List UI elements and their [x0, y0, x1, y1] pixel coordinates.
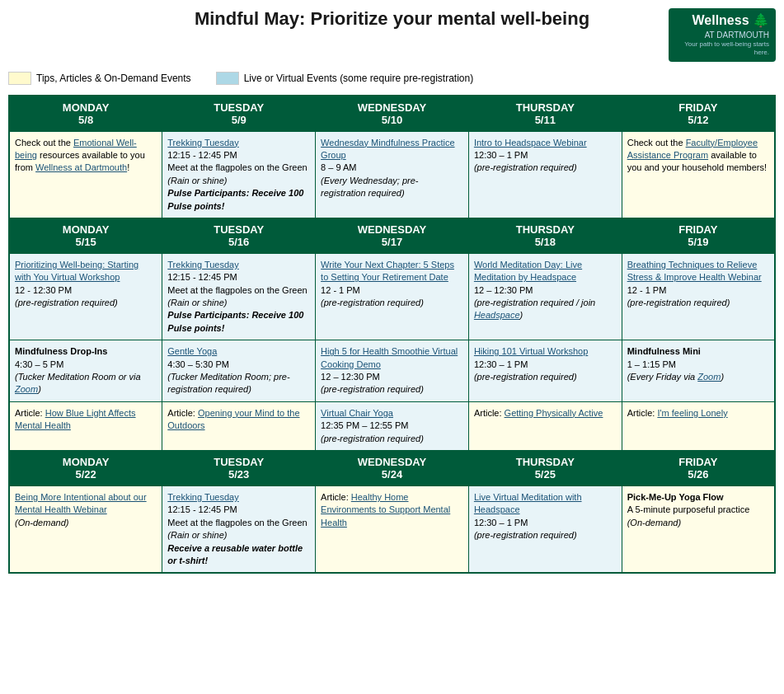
legend-blue-label: Live or Virtual Events (some require pre… [244, 73, 474, 84]
week3-content-row: Being More Intentional about our Mental … [9, 486, 775, 574]
link-trekking-tue-3[interactable]: Trekking Tuesday [167, 492, 238, 502]
link-breathing-techniques[interactable]: Breathing Techniques to Relieve Stress &… [627, 260, 762, 282]
link-intro-headspace[interactable]: Intro to Headspace Webinar [474, 138, 587, 148]
cell-mon-515: Prioritizing Well-being: Starting with Y… [9, 253, 162, 340]
col-wednesday-2: WEDNESDAY 5/17 [316, 218, 469, 253]
week2-row3: Article: How Blue Light Affects Mental H… [9, 401, 775, 450]
cell-fri-519c: Article: I'm feeling Lonely [622, 401, 775, 450]
cell-thu-518c: Article: Getting Physically Active [468, 401, 622, 450]
link-opening-mind[interactable]: Opening your Mind to the Outdoors [167, 408, 299, 430]
col-wednesday: WEDNESDAY 5/10 [316, 96, 469, 132]
col-friday-2: FRIDAY 5/19 [622, 218, 775, 253]
cell-thu-518: World Meditation Day: Live Meditation by… [468, 253, 622, 340]
logo-area: Wellness 🌲 AT DARTMOUTH Your path to wel… [669, 8, 776, 62]
cell-thu-525: Live Virtual Meditation with Headspace 1… [468, 486, 622, 574]
link-zoom-mini[interactable]: Zoom [697, 372, 721, 382]
link-healthy-home[interactable]: Healthy Home Environments to Support Men… [321, 492, 450, 528]
cell-fri-512: Check out the Faculty/Employee Assistanc… [622, 131, 775, 218]
link-high5-health[interactable]: High 5 for Health Smoothie Virtual Cooki… [321, 346, 458, 368]
link-prioritizing-wellbeing[interactable]: Prioritizing Well-being: Starting with Y… [15, 260, 138, 282]
legend-blue-swatch [216, 72, 239, 85]
link-trekking-tue-2[interactable]: Trekking Tuesday [167, 260, 238, 270]
cell-mon-515c: Article: How Blue Light Affects Mental H… [9, 401, 162, 450]
wellness-logo: Wellness 🌲 AT DARTMOUTH Your path to wel… [669, 8, 776, 62]
link-zoom-dropins[interactable]: Zoom [15, 384, 38, 394]
col-thursday-3: THURSDAY 5/25 [468, 451, 622, 486]
calendar-table: MONDAY 5/8 TUESDAY 5/9 WEDNESDAY 5/10 TH… [8, 95, 776, 574]
logo-wellness: Wellness 🌲 [675, 12, 769, 30]
link-emotional-wellbeing[interactable]: Emotional Well-being [15, 138, 137, 160]
cell-mon-58: Check out the Emotional Well-being resou… [9, 131, 162, 218]
col-monday-3: MONDAY 5/22 [9, 451, 162, 486]
week1-content-row: Check out the Emotional Well-being resou… [9, 131, 775, 218]
link-physically-active[interactable]: Getting Physically Active [505, 408, 603, 418]
link-gentle-yoga[interactable]: Gentle Yoga [167, 346, 217, 356]
cell-fri-519b: Mindfulness Mini 1 – 1:15 PM (Every Frid… [622, 340, 775, 402]
logo-at-dartmouth: AT DARTMOUTH [675, 30, 769, 40]
col-tuesday-2: TUESDAY 5/16 [162, 218, 316, 253]
link-wellness-dartmouth[interactable]: Wellness at Dartmouth [35, 162, 127, 172]
link-live-virtual-meditation[interactable]: Live Virtual Meditation with Headspace [474, 492, 582, 514]
cell-thu-518b: Hiking 101 Virtual Workshop 12:30 – 1 PM… [468, 340, 622, 402]
cell-thu-511: Intro to Headspace Webinar 12:30 – 1 PM … [468, 131, 622, 218]
cell-wed-510: Wednesday Mindfulness Practice Group 8 –… [316, 131, 469, 218]
legend-yellow-label: Tips, Articles & On-Demand Events [36, 73, 191, 84]
pickup-yoga-title: Pick-Me-Up Yoga Flow [627, 492, 724, 502]
link-wed-mindfulness-1[interactable]: Wednesday Mindfulness Practice Group [321, 138, 454, 160]
link-feeling-lonely[interactable]: I'm feeling Lonely [657, 408, 727, 418]
title-area: Mindful May: Prioritize your mental well… [115, 8, 669, 30]
cell-tue-516: Trekking Tuesday 12:15 - 12:45 PM Meet a… [162, 253, 316, 340]
cell-tue-516b: Gentle Yoga 4:30 – 5:30 PM (Tucker Medit… [162, 340, 316, 402]
link-hiking-101[interactable]: Hiking 101 Virtual Workshop [474, 346, 588, 356]
legend-yellow: Tips, Articles & On-Demand Events [8, 72, 191, 85]
col-monday: MONDAY 5/8 [9, 96, 162, 132]
col-wednesday-3: WEDNESDAY 5/24 [316, 451, 469, 486]
page-header: Mindful May: Prioritize your mental well… [8, 8, 776, 62]
cell-tue-516c: Article: Opening your Mind to the Outdoo… [162, 401, 316, 450]
week1-header-row: MONDAY 5/8 TUESDAY 5/9 WEDNESDAY 5/10 TH… [9, 96, 775, 132]
week3-header-row: MONDAY 5/22 TUESDAY 5/23 WEDNESDAY 5/24 … [9, 451, 775, 486]
cell-wed-517: Write Your Next Chapter: 5 Steps to Sett… [316, 253, 469, 340]
link-world-meditation-day[interactable]: World Meditation Day: Live Meditation by… [474, 260, 582, 282]
logo-tagline: Your path to well-being starts here. [675, 40, 769, 58]
cell-wed-517c: Virtual Chair Yoga 12:35 PM – 12:55 PM (… [316, 401, 469, 450]
cell-mon-522: Being More Intentional about our Mental … [9, 486, 162, 574]
legend-yellow-swatch [8, 72, 31, 85]
week2-header-row: MONDAY 5/15 TUESDAY 5/16 WEDNESDAY 5/17 … [9, 218, 775, 253]
legend: Tips, Articles & On-Demand Events Live o… [8, 68, 776, 88]
mindfulness-mini-title: Mindfulness Mini [627, 346, 701, 356]
page-title: Mindful May: Prioritize your mental well… [115, 8, 669, 30]
link-write-your-next[interactable]: Write Your Next Chapter: 5 Steps to Sett… [321, 260, 454, 282]
week2-row1: Prioritizing Well-being: Starting with Y… [9, 253, 775, 340]
link-being-intentional[interactable]: Being More Intentional about our Mental … [15, 492, 147, 514]
cell-wed-524: Article: Healthy Home Environments to Su… [316, 486, 469, 574]
mindfulness-dropins-title: Mindfulness Drop-Ins [15, 346, 107, 356]
cell-tue-523: Trekking Tuesday 12:15 - 12:45 PM Meet a… [162, 486, 316, 574]
cell-mon-515b: Mindfulness Drop-Ins 4:30 – 5 PM (Tucker… [9, 340, 162, 402]
legend-blue: Live or Virtual Events (some require pre… [216, 72, 474, 85]
link-trekking-tue-1[interactable]: Trekking Tuesday [167, 138, 238, 148]
week2-row2: Mindfulness Drop-Ins 4:30 – 5 PM (Tucker… [9, 340, 775, 402]
col-tuesday: TUESDAY 5/9 [162, 96, 316, 132]
link-headspace[interactable]: Headspace [474, 310, 520, 320]
cell-wed-517b: High 5 for Health Smoothie Virtual Cooki… [316, 340, 469, 402]
link-virtual-chair-yoga[interactable]: Virtual Chair Yoga [321, 408, 393, 418]
cell-fri-526: Pick-Me-Up Yoga Flow A 5-minute purposef… [622, 486, 775, 574]
cell-tue-59: Trekking Tuesday 12:15 - 12:45 PM Meet a… [162, 131, 316, 218]
col-friday: FRIDAY 5/12 [622, 96, 775, 132]
cell-fri-519: Breathing Techniques to Relieve Stress &… [622, 253, 775, 340]
col-tuesday-3: TUESDAY 5/23 [162, 451, 316, 486]
col-friday-3: FRIDAY 5/26 [622, 451, 775, 486]
col-monday-2: MONDAY 5/15 [9, 218, 162, 253]
col-thursday: THURSDAY 5/11 [468, 96, 622, 132]
link-blue-light[interactable]: How Blue Light Affects Mental Health [15, 408, 136, 430]
link-faculty-eap[interactable]: Faculty/Employee Assistance Program [627, 138, 758, 160]
col-thursday-2: THURSDAY 5/18 [468, 218, 622, 253]
